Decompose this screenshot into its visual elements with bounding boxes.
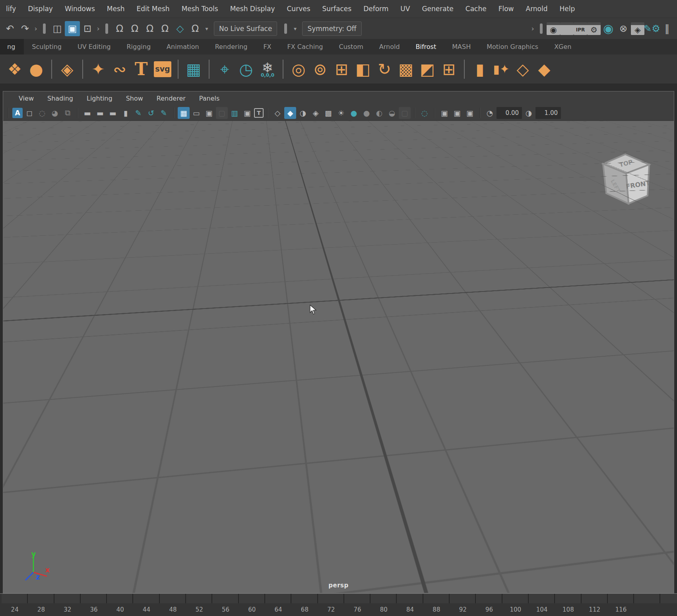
occlusion-icon[interactable]: ●: [361, 107, 372, 119]
shelf-tab[interactable]: Bifrost: [408, 39, 444, 54]
snap-to-point-icon[interactable]: Ω: [142, 21, 157, 36]
viewport-3d[interactable]: TOP FRONT LEFT y x z persp: [3, 121, 674, 593]
shelf-tab[interactable]: XGen: [546, 39, 579, 54]
render-settings-icon[interactable]: ⚙: [587, 22, 601, 35]
expand-arrow-icon[interactable]: ›: [95, 21, 101, 36]
panel-menu-item[interactable]: Panels: [192, 95, 227, 102]
move-camera-icon[interactable]: ↺: [145, 107, 157, 119]
redo-icon[interactable]: ↷: [17, 21, 33, 36]
marker-icon[interactable]: ✎: [158, 107, 170, 119]
timeline-frame-cell[interactable]: [660, 594, 677, 616]
super-shape-icon[interactable]: ✦: [87, 58, 109, 81]
grid-toggle-icon[interactable]: ▦: [178, 107, 190, 119]
snap-to-curve-icon[interactable]: Ω: [127, 21, 142, 36]
timeline-frame-cell[interactable]: 64: [265, 594, 291, 616]
toggle-render-x-icon[interactable]: ⊗: [616, 21, 631, 36]
poly-sphere-icon[interactable]: ●: [25, 58, 47, 81]
symmetry-dropdown-icon[interactable]: ▾: [291, 21, 299, 36]
safe-title-icon[interactable]: T: [254, 108, 264, 118]
bevel-icon[interactable]: ◇: [512, 58, 533, 81]
safe-action-icon[interactable]: ▣: [241, 107, 253, 119]
quadrangulate-icon[interactable]: ⊞: [438, 58, 460, 81]
selection-highlight-icon[interactable]: ◌: [419, 107, 431, 119]
timeline-frame-cell[interactable]: 112: [582, 594, 608, 616]
timeline-frame-cell[interactable]: 92: [450, 594, 476, 616]
undo-icon[interactable]: ↶: [2, 21, 17, 36]
timeline-frame-cell[interactable]: 68: [291, 594, 318, 616]
timeline-frame-cell[interactable]: 36: [81, 594, 107, 616]
timeline-frame-cell[interactable]: [634, 594, 660, 616]
expand-arrow-icon[interactable]: ›: [530, 21, 536, 36]
type-text-icon[interactable]: T: [130, 58, 152, 81]
ipr-render-icon[interactable]: IPR: [574, 22, 587, 35]
platonic-solid-icon[interactable]: ◈: [56, 58, 78, 81]
triangulate-icon[interactable]: ◩: [417, 58, 438, 81]
render-current-frame-icon[interactable]: [560, 22, 574, 35]
shelf-tab[interactable]: Arnold: [371, 39, 408, 54]
wireframe-cube-icon[interactable]: ◇: [272, 107, 283, 119]
shelf-tab[interactable]: Custom: [331, 39, 371, 54]
shelf-tab[interactable]: Animation: [159, 39, 207, 54]
snap-to-projected-center-icon[interactable]: Ω: [157, 21, 173, 36]
isolate-select-icon[interactable]: ▣: [438, 107, 450, 119]
timeline-frame-cell[interactable]: 76: [344, 594, 371, 616]
group-squares-icon[interactable]: ⊞: [331, 58, 352, 81]
bookmark-frame-icon[interactable]: ◻: [23, 107, 35, 119]
anti-alias-icon[interactable]: ◒: [386, 107, 398, 119]
center-pivot-icon[interactable]: ⌖: [214, 58, 235, 81]
shaded-cube-icon[interactable]: ◆: [284, 107, 296, 119]
shelf-tab[interactable]: Rendering: [207, 39, 256, 54]
render-setup-icon[interactable]: ◈: [631, 22, 644, 35]
menu-item[interactable]: Mesh: [101, 0, 131, 17]
menu-item[interactable]: Generate: [416, 0, 459, 17]
isolate-add-icon[interactable]: ▣: [451, 107, 463, 119]
exposure-icon[interactable]: ◔: [484, 107, 496, 119]
select-by-object-icon[interactable]: ▣: [65, 21, 80, 36]
timeline-frame-cell[interactable]: 108: [555, 594, 581, 616]
shadows-icon[interactable]: ●: [348, 107, 360, 119]
menu-item[interactable]: Mesh Display: [224, 0, 281, 17]
reduce-icon[interactable]: ▩: [395, 58, 417, 81]
exposure-value[interactable]: 0.00: [497, 107, 522, 119]
select-by-component-icon[interactable]: ⊡: [80, 21, 95, 36]
lighting-icon[interactable]: ☀: [335, 107, 347, 119]
shelf-tab[interactable]: UV Editing: [70, 39, 118, 54]
boolean-icon[interactable]: ⊚: [309, 58, 331, 81]
snap-options-dropdown-icon[interactable]: ▾: [203, 21, 211, 36]
svg-icon[interactable]: svg: [152, 58, 173, 81]
viewport-panel-icon[interactable]: ▢: [399, 107, 411, 119]
make-live-icon[interactable]: Ω: [188, 21, 203, 36]
smooth-icon[interactable]: ↻: [374, 58, 395, 81]
bookmark-icon[interactable]: ▮: [120, 107, 132, 119]
menu-item[interactable]: Flow: [493, 0, 520, 17]
freeze-transform-icon[interactable]: ❄0,0,0: [257, 58, 278, 81]
poly-plane-icon[interactable]: ❖: [4, 58, 25, 81]
panel-menu-item[interactable]: Lighting: [80, 95, 119, 102]
shelf-tab[interactable]: FX Caching: [279, 39, 331, 54]
timeline-frame-cell[interactable]: 116: [608, 594, 634, 616]
view-cube[interactable]: TOP FRONT LEFT: [595, 147, 655, 207]
textured-cube-icon[interactable]: ◈: [310, 107, 322, 119]
paint-effects-gear-icon[interactable]: ✎⚙: [644, 21, 660, 36]
timeline-frame-cell[interactable]: 84: [397, 594, 423, 616]
gate-mask-icon[interactable]: ▢: [216, 107, 228, 119]
field-chart-icon[interactable]: ▥: [229, 107, 241, 119]
panel-menu-item[interactable]: Shading: [41, 95, 80, 102]
timeline-frame-cell[interactable]: 48: [160, 594, 186, 616]
menu-item[interactable]: Arnold: [520, 0, 554, 17]
shelf-tab[interactable]: Rigging: [118, 39, 159, 54]
gamma-value[interactable]: 1.00: [535, 107, 561, 119]
timeline-frame-cell[interactable]: 104: [529, 594, 555, 616]
dashed-frame-icon[interactable]: ◌: [36, 107, 48, 119]
menu-item[interactable]: lify: [0, 0, 22, 17]
pause-updates-icon[interactable]: ‖: [660, 21, 675, 36]
menu-item[interactable]: Deform: [357, 0, 394, 17]
combine-icon[interactable]: ◎: [288, 58, 309, 81]
menu-item[interactable]: Display: [22, 0, 59, 17]
snap-to-view-plane-icon[interactable]: ◇: [173, 21, 188, 36]
shelf-tab[interactable]: Sculpting: [24, 39, 70, 54]
toolbar-grip[interactable]: [540, 23, 543, 34]
timeline-frame-cell[interactable]: 100: [502, 594, 529, 616]
menu-item[interactable]: UV: [394, 0, 416, 17]
toolbar-grip[interactable]: [43, 23, 46, 34]
